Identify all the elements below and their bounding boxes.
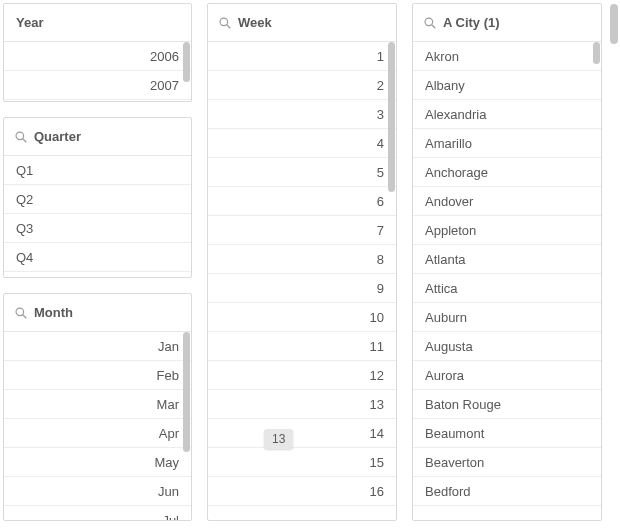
city-item[interactable]: Auburn: [413, 303, 601, 332]
week-item[interactable]: 10: [208, 303, 396, 332]
svg-line-1: [23, 138, 27, 142]
city-item[interactable]: Alexandria: [413, 100, 601, 129]
svg-line-7: [432, 24, 436, 28]
city-item[interactable]: Albany: [413, 71, 601, 100]
city-pane: A City (1) AkronAlbanyAlexandriaAmarillo…: [412, 3, 602, 521]
month-scrollbar[interactable]: [183, 332, 190, 452]
quarter-pane: Quarter Q1Q2Q3Q4: [3, 117, 192, 278]
year-item[interactable]: 2007: [4, 71, 191, 100]
svg-point-0: [16, 132, 24, 140]
week-scrollbar[interactable]: [388, 42, 395, 192]
city-title: A City (1): [443, 15, 500, 30]
city-item[interactable]: Baton Rouge: [413, 390, 601, 419]
city-item[interactable]: Augusta: [413, 332, 601, 361]
month-item[interactable]: Mar: [4, 390, 191, 419]
week-item[interactable]: 1: [208, 42, 396, 71]
search-icon: [14, 130, 28, 144]
week-body: 12345678910111213141516: [208, 42, 396, 520]
week-item[interactable]: 5: [208, 158, 396, 187]
city-header[interactable]: A City (1): [413, 4, 601, 42]
svg-line-5: [227, 24, 231, 28]
week-item[interactable]: 3: [208, 100, 396, 129]
month-item[interactable]: May: [4, 448, 191, 477]
year-scrollbar[interactable]: [183, 42, 190, 82]
week-item[interactable]: 4: [208, 129, 396, 158]
week-header[interactable]: Week: [208, 4, 396, 42]
city-item[interactable]: Atlanta: [413, 245, 601, 274]
quarter-item[interactable]: Q4: [4, 243, 191, 272]
quarter-header[interactable]: Quarter: [4, 118, 191, 156]
month-body: JanFebMarAprMayJunJul: [4, 332, 191, 520]
year-item[interactable]: 2006: [4, 42, 191, 71]
svg-point-2: [16, 308, 24, 316]
city-item[interactable]: Beaverton: [413, 448, 601, 477]
search-icon: [423, 16, 437, 30]
week-item[interactable]: 8: [208, 245, 396, 274]
week-item[interactable]: 9: [208, 274, 396, 303]
year-title: Year: [16, 15, 43, 30]
week-pane: Week 12345678910111213141516: [207, 3, 397, 521]
month-item[interactable]: Jan: [4, 332, 191, 361]
city-item[interactable]: Akron: [413, 42, 601, 71]
week-item[interactable]: 12: [208, 361, 396, 390]
week-item[interactable]: 15: [208, 448, 396, 477]
week-item[interactable]: 11: [208, 332, 396, 361]
quarter-body: Q1Q2Q3Q4: [4, 156, 191, 277]
city-item[interactable]: Bedford: [413, 477, 601, 506]
quarter-item[interactable]: Q2: [4, 185, 191, 214]
year-pane: Year 20062007: [3, 3, 192, 102]
week-item[interactable]: 6: [208, 187, 396, 216]
month-item[interactable]: Jun: [4, 477, 191, 506]
month-header[interactable]: Month: [4, 294, 191, 332]
month-item[interactable]: Feb: [4, 361, 191, 390]
search-icon: [14, 306, 28, 320]
quarter-item[interactable]: Q3: [4, 214, 191, 243]
city-item[interactable]: Attica: [413, 274, 601, 303]
svg-line-3: [23, 314, 27, 318]
month-title: Month: [34, 305, 73, 320]
city-item[interactable]: Amarillo: [413, 129, 601, 158]
city-item[interactable]: Anchorage: [413, 158, 601, 187]
month-item[interactable]: Apr: [4, 419, 191, 448]
page-scrollbar[interactable]: [610, 4, 618, 44]
quarter-item[interactable]: Q1: [4, 156, 191, 185]
svg-point-6: [425, 18, 433, 26]
year-body: 20062007: [4, 42, 191, 101]
search-icon: [218, 16, 232, 30]
city-item[interactable]: Aurora: [413, 361, 601, 390]
week-item[interactable]: 16: [208, 477, 396, 506]
city-body: AkronAlbanyAlexandriaAmarilloAnchorageAn…: [413, 42, 601, 520]
week-item[interactable]: 2: [208, 71, 396, 100]
month-pane: Month JanFebMarAprMayJunJul: [3, 293, 192, 521]
city-item[interactable]: Andover: [413, 187, 601, 216]
city-item[interactable]: Beaumont: [413, 419, 601, 448]
quarter-title: Quarter: [34, 129, 81, 144]
week-item[interactable]: 7: [208, 216, 396, 245]
month-item[interactable]: Jul: [4, 506, 191, 520]
city-scrollbar[interactable]: [593, 42, 600, 64]
week-title: Week: [238, 15, 272, 30]
week-item[interactable]: 14: [208, 419, 396, 448]
city-item[interactable]: Appleton: [413, 216, 601, 245]
week-item[interactable]: 13: [208, 390, 396, 419]
svg-point-4: [220, 18, 228, 26]
year-header: Year: [4, 4, 191, 42]
